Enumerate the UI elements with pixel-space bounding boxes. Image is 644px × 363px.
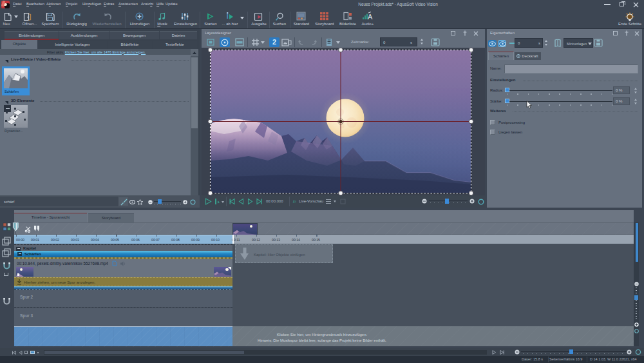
svg-text:A: A bbox=[368, 13, 373, 21]
